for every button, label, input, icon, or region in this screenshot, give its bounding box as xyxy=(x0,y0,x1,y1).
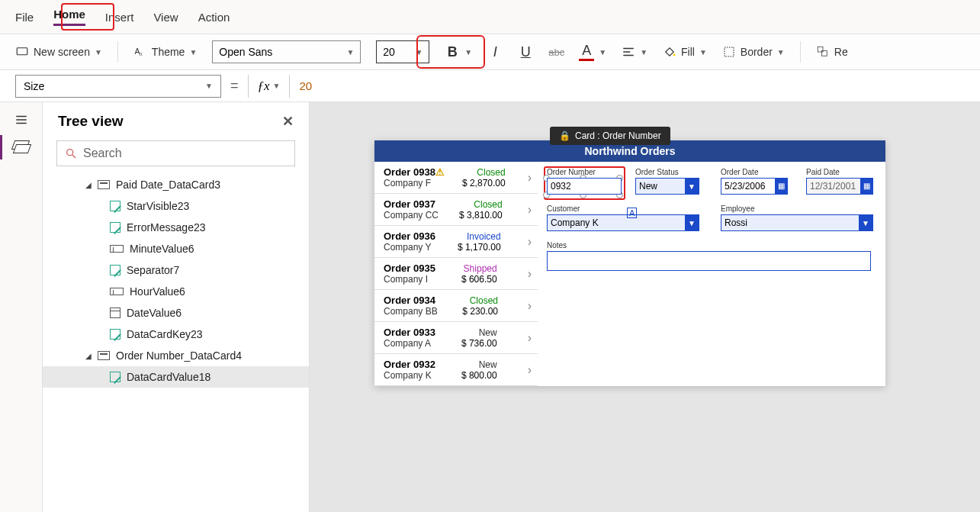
menu-home[interactable]: Home xyxy=(53,8,85,26)
reorder-icon xyxy=(816,45,830,59)
order-number-label: Order 0932 xyxy=(384,359,435,370)
fill-button[interactable]: Fill ▼ xyxy=(663,45,707,59)
tree-node-datevalue6[interactable]: DateValue6 xyxy=(43,302,309,324)
order-status-select[interactable]: New▼ xyxy=(635,178,699,195)
tree-node-order-number-datacard4[interactable]: ◢Order Number_DataCard4 xyxy=(43,345,309,366)
formula-input[interactable]: 20 xyxy=(299,79,312,92)
left-rail xyxy=(0,102,43,512)
tree-node-datacardvalue18[interactable]: DataCardValue18 xyxy=(43,366,309,388)
order-number-input[interactable]: 0932 xyxy=(547,178,622,195)
tree-node-hourvalue6[interactable]: HourValue6 xyxy=(43,281,309,302)
close-icon[interactable]: ✕ xyxy=(282,113,294,130)
menu-insert[interactable]: Insert xyxy=(105,11,134,24)
notes-input[interactable] xyxy=(547,251,871,271)
equals-icon: = xyxy=(230,78,239,94)
fill-label: Fill xyxy=(681,46,695,58)
property-value: Size xyxy=(24,80,44,92)
bold-button[interactable]: B▼ xyxy=(445,44,472,60)
label-order-date: Order Date xyxy=(721,168,788,176)
chevron-down-icon: ▼ xyxy=(189,48,197,56)
border-button[interactable]: Border ▼ xyxy=(722,45,785,59)
order-date-input[interactable]: 5/23/2006▦ xyxy=(721,178,788,195)
input-icon xyxy=(110,245,124,253)
order-number-label: Order 0938⚠ xyxy=(384,166,445,178)
separator xyxy=(800,41,801,63)
align-icon xyxy=(622,45,635,59)
property-select[interactable]: Size ▼ xyxy=(15,75,221,98)
order-status-label: Closed xyxy=(462,167,506,178)
customer-select[interactable]: Company K▼ xyxy=(547,214,699,231)
paid-date-input[interactable]: 12/31/2001▦ xyxy=(806,178,873,195)
svg-rect-8 xyxy=(818,47,823,52)
canvas[interactable]: 🔒 Card : Order Number Northwind Orders O… xyxy=(310,102,980,512)
label-customer: Customer xyxy=(547,204,699,213)
tree-node-label: Paid Date_DataCard3 xyxy=(116,179,220,191)
italic-button[interactable]: I xyxy=(487,44,503,60)
order-amount-label: $ 1,170.00 xyxy=(458,242,501,253)
search-icon xyxy=(65,147,77,159)
underline-icon: U xyxy=(518,44,533,60)
svg-point-13 xyxy=(67,150,73,156)
field-notes: Notes xyxy=(547,241,871,271)
caret-down-icon: ◢ xyxy=(85,181,92,189)
tree-node-separator7[interactable]: Separator7 xyxy=(43,259,309,281)
tree-node-errormessage23[interactable]: ErrorMessage23 xyxy=(43,217,309,238)
order-row[interactable]: Order 0935Company IShipped$ 606.50› xyxy=(374,258,538,290)
order-status-label: Closed xyxy=(459,199,503,210)
order-row[interactable]: Order 0936Company YInvoiced$ 1,170.00› xyxy=(374,226,538,258)
tree-search-input[interactable]: Search xyxy=(56,140,295,166)
svg-line-14 xyxy=(72,155,76,158)
menu-action[interactable]: Action xyxy=(198,11,230,24)
strike-icon: abc xyxy=(548,47,564,58)
align-button[interactable]: ▼ xyxy=(622,45,647,59)
strike-button[interactable]: abc xyxy=(548,47,564,58)
font-size-select[interactable]: 20 ▼ xyxy=(376,40,429,63)
reorder-button[interactable]: Re xyxy=(816,45,848,59)
menu-file[interactable]: File xyxy=(15,11,34,24)
reorder-label: Re xyxy=(834,46,848,58)
underline-button[interactable]: U xyxy=(518,44,533,60)
hamburger-icon[interactable] xyxy=(13,113,30,127)
chevron-right-icon: › xyxy=(528,363,532,377)
order-row[interactable]: Order 0938⚠Company FClosed$ 2,870.00› xyxy=(374,162,538,194)
detail-form: Order Number 0932 Order Status New▼ Orde… xyxy=(538,162,885,386)
edit-icon xyxy=(110,372,120,382)
menu-bar: File Home Insert View Action xyxy=(0,0,980,34)
tree-node-paid-date-datacard3[interactable]: ◢Paid Date_DataCard3 xyxy=(43,174,309,195)
order-company-label: Company F xyxy=(384,178,445,188)
lock-icon: 🔒 xyxy=(559,130,570,141)
order-row[interactable]: Order 0932Company KNew$ 800.00› xyxy=(374,354,538,386)
order-number-label: Order 0935 xyxy=(384,262,435,274)
app-preview: 🔒 Card : Order Number Northwind Orders O… xyxy=(374,140,885,386)
tree-panel: Tree view ✕ Search ◢Paid Date_DataCard3S… xyxy=(43,102,310,512)
order-number-label: Order 0933 xyxy=(384,327,435,338)
order-row[interactable]: Order 0937Company CCClosed$ 3,810.00› xyxy=(374,194,538,226)
fx-button[interactable]: ƒx ▼ xyxy=(258,79,281,94)
chevron-right-icon: › xyxy=(528,235,532,249)
order-row[interactable]: Order 0933Company ANew$ 736.00› xyxy=(374,322,538,354)
employee-select[interactable]: Rossi▼ xyxy=(721,214,873,231)
tree-node-minutevalue6[interactable]: MinuteValue6 xyxy=(43,238,309,259)
svg-text:a: a xyxy=(139,50,143,57)
order-row[interactable]: Order 0934Company BBClosed$ 230.00› xyxy=(374,290,538,322)
svg-rect-0 xyxy=(17,48,27,55)
new-screen-button[interactable]: New screen ▼ xyxy=(15,45,102,59)
chevron-down-icon: ▼ xyxy=(685,214,699,231)
chevron-right-icon: › xyxy=(528,331,532,345)
order-status-label: Invoiced xyxy=(458,231,501,242)
tree-node-starvisible23[interactable]: StarVisible23 xyxy=(43,195,309,217)
font-color-button[interactable]: A▼ xyxy=(579,43,606,61)
tree-title: Tree view xyxy=(58,113,124,130)
theme-button[interactable]: Aa Theme ▼ xyxy=(133,45,197,59)
formula-bar: Size ▼ = ƒx ▼ 20 xyxy=(0,70,980,102)
selection-badge: 🔒 Card : Order Number xyxy=(550,127,670,145)
tree-view-icon[interactable] xyxy=(13,140,30,154)
tree-node-label: StarVisible23 xyxy=(127,200,189,212)
tree-node-datacardkey23[interactable]: DataCardKey23 xyxy=(43,324,309,345)
tree-node-label: HourValue6 xyxy=(130,285,185,298)
selection-badge-label: Card : Order Number xyxy=(575,130,661,141)
font-family-select[interactable]: Open Sans ▼ xyxy=(212,40,361,63)
bold-icon: B xyxy=(445,44,460,60)
menu-view[interactable]: View xyxy=(153,11,178,24)
chevron-down-icon: ▼ xyxy=(205,82,213,90)
